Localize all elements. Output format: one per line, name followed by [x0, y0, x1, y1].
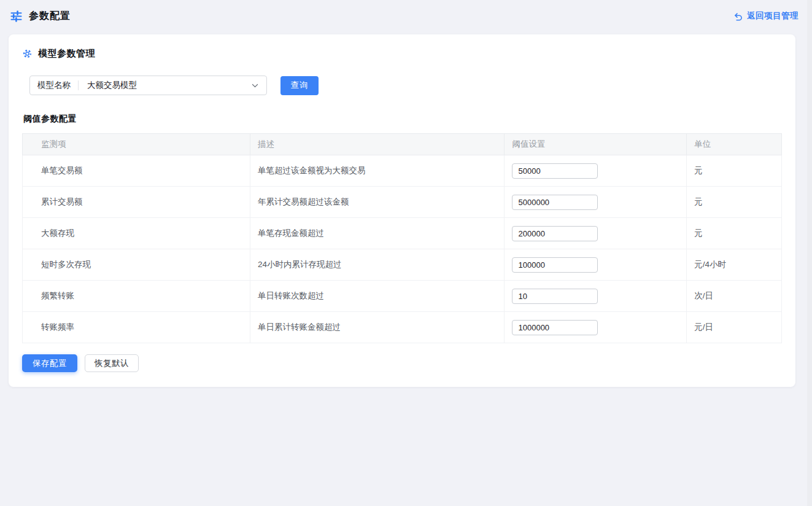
restore-default-button[interactable]: 恢复默认 [85, 354, 139, 372]
model-parameter-card: 模型参数管理 模型名称 大额交易模型 查询 阈值参数配置 监测项 描述 阈值设置… [9, 34, 795, 387]
cell-unit: 元 [687, 155, 782, 187]
undo-icon [733, 12, 743, 21]
cell-item: 累计交易额 [23, 187, 250, 218]
cell-desc: 单笔超过该金额视为大额交易 [250, 155, 505, 187]
cell-desc: 单日转账次数超过 [250, 281, 505, 312]
cell-item: 短时多次存现 [23, 249, 250, 281]
threshold-input[interactable] [512, 320, 598, 335]
model-name-value: 大额交易模型 [79, 80, 251, 91]
cell-unit: 元/日 [687, 312, 782, 343]
query-row: 模型名称 大额交易模型 查询 [29, 76, 782, 95]
card-title: 模型参数管理 [38, 48, 95, 60]
table-row: 转账频率 单日累计转账金额超过 元/日 [23, 312, 782, 343]
threshold-input[interactable] [512, 289, 598, 304]
cell-desc: 单笔存现金额超过 [250, 218, 505, 249]
card-header: 模型参数管理 [22, 48, 782, 60]
chevron-down-icon [251, 82, 259, 90]
column-header-desc: 描述 [250, 134, 505, 155]
cell-item: 转账频率 [23, 312, 250, 343]
cell-item: 大额存现 [23, 218, 250, 249]
topbar-left: 参数配置 [10, 10, 71, 23]
cell-item: 单笔交易额 [23, 155, 250, 187]
back-to-project-link[interactable]: 返回项目管理 [733, 10, 798, 21]
cell-unit: 元 [687, 187, 782, 218]
threshold-input[interactable] [512, 195, 598, 210]
model-name-select[interactable]: 模型名称 大额交易模型 [29, 76, 267, 95]
cell-unit: 元 [687, 218, 782, 249]
sliders-icon [10, 10, 23, 23]
query-button[interactable]: 查询 [280, 76, 319, 95]
table-row: 短时多次存现 24小时内累计存现超过 元/4小时 [23, 249, 782, 281]
table-row: 频繁转账 单日转账次数超过 次/日 [23, 281, 782, 312]
back-link-label: 返回项目管理 [747, 10, 798, 21]
table-row: 大额存现 单笔存现金额超过 元 [23, 218, 782, 249]
page-title: 参数配置 [29, 10, 71, 23]
column-header-value: 阈值设置 [505, 134, 687, 155]
model-name-label: 模型名称 [30, 80, 78, 91]
cell-unit: 次/日 [687, 281, 782, 312]
table-header-row: 监测项 描述 阈值设置 单位 [23, 134, 782, 155]
threshold-input[interactable] [512, 163, 598, 179]
table-row: 单笔交易额 单笔超过该金额视为大额交易 元 [23, 155, 782, 187]
cell-desc: 单日累计转账金额超过 [250, 312, 505, 343]
column-header-unit: 单位 [687, 134, 782, 155]
threshold-section-title: 阈值参数配置 [23, 114, 782, 125]
cell-desc: 年累计交易额超过该金额 [250, 187, 505, 218]
column-header-item: 监测项 [23, 134, 250, 155]
threshold-input[interactable] [512, 257, 598, 273]
table-row: 累计交易额 年累计交易额超过该金额 元 [23, 187, 782, 218]
save-config-button[interactable]: 保存配置 [22, 354, 77, 372]
cell-unit: 元/4小时 [687, 249, 782, 281]
topbar: 参数配置 返回项目管理 [0, 0, 812, 32]
cell-item: 频繁转账 [23, 281, 250, 312]
threshold-input[interactable] [512, 226, 598, 241]
cell-desc: 24小时内累计存现超过 [250, 249, 505, 281]
scrollbar[interactable] [807, 0, 812, 506]
actions-row: 保存配置 恢复默认 [22, 354, 782, 372]
threshold-table: 监测项 描述 阈值设置 单位 单笔交易额 单笔超过该金额视为大额交易 元 累计交… [22, 133, 782, 343]
gear-icon [22, 49, 33, 59]
